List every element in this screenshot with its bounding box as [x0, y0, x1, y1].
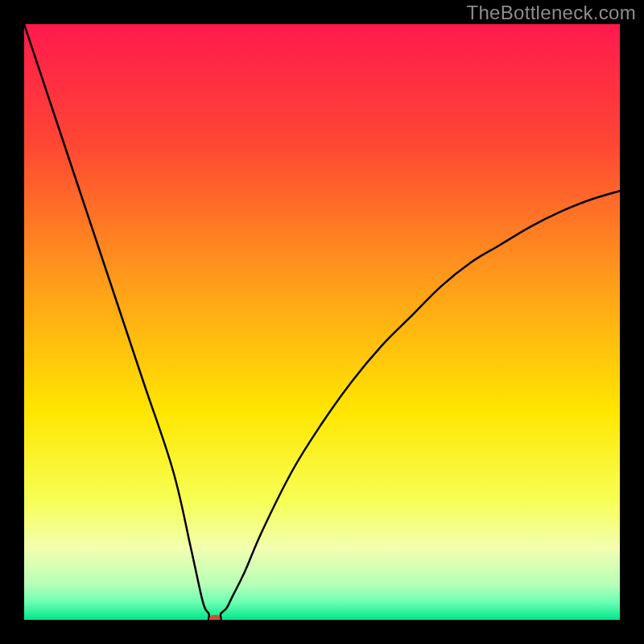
chart-container: TheBottleneck.com [0, 0, 644, 644]
plot-background [24, 24, 620, 620]
bottleneck-plot-svg [24, 24, 620, 620]
plot-area [24, 24, 620, 620]
site-watermark: TheBottleneck.com [466, 2, 636, 24]
